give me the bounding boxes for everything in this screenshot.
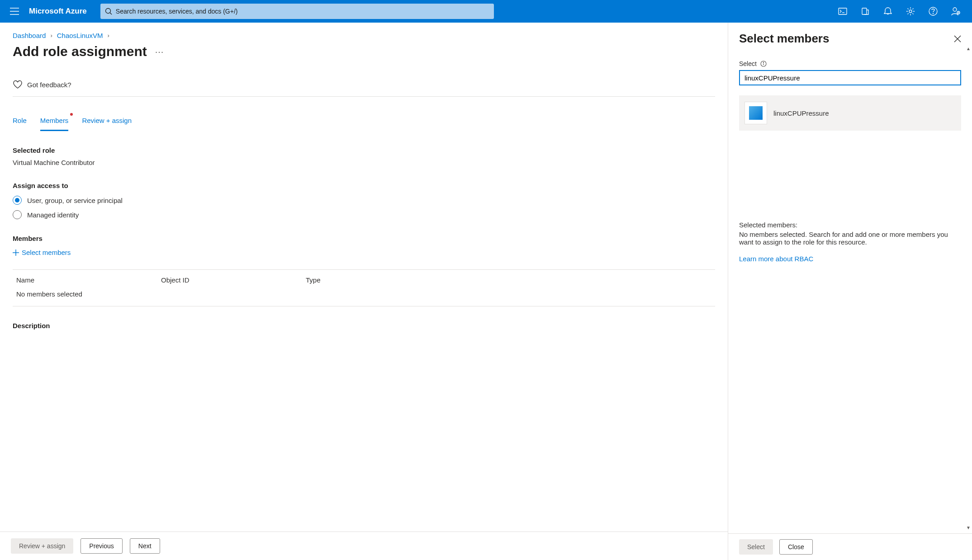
tab-alert-dot [70,113,73,116]
radio-icon [13,196,22,205]
select-label: Select [739,60,757,67]
member-search-input[interactable] [739,70,961,85]
scroll-down-icon[interactable]: ▼ [966,525,971,530]
col-type: Type [306,276,711,284]
svg-line-4 [110,13,112,14]
breadcrumb-resource[interactable]: ChaosLinuxVM [57,32,103,39]
search-box[interactable] [100,4,494,19]
radio-managed-identity[interactable]: Managed identity [13,210,715,219]
tab-role[interactable]: Role [13,114,27,131]
radio-label: User, group, or service principal [27,197,123,204]
tab-review-assign[interactable]: Review + assign [82,114,132,131]
assign-access-heading: Assign access to [13,182,715,189]
tab-members[interactable]: Members [40,114,69,131]
account-icon[interactable] [945,0,967,22]
search-input[interactable] [116,8,489,15]
footer-buttons: Review + assign Previous Next [0,532,728,560]
settings-gear-icon[interactable] [900,0,921,22]
filter-icon[interactable] [854,0,876,22]
search-result-item[interactable]: linuxCPUPressure [739,95,961,131]
col-name: Name [16,276,161,284]
review-assign-button[interactable]: Review + assign [11,538,73,554]
svg-point-3 [105,9,110,14]
heart-icon [13,80,23,89]
select-members-label: Select members [22,249,71,256]
panel-close-button[interactable] [954,35,961,42]
previous-button[interactable]: Previous [81,538,122,554]
hamburger-menu-button[interactable] [5,2,24,20]
selected-role-heading: Selected role [13,146,715,154]
radio-user-group-sp[interactable]: User, group, or service principal [13,196,715,205]
table-empty-row: No members selected [13,290,715,306]
help-icon[interactable] [922,0,944,22]
members-heading: Members [13,235,715,242]
panel-close-btn[interactable]: Close [779,539,813,555]
chevron-right-icon: › [107,32,109,39]
selected-members-heading: Selected members: [739,221,961,229]
close-icon [954,35,961,42]
notifications-icon[interactable] [877,0,899,22]
radio-icon [13,210,22,219]
learn-rbac-link[interactable]: Learn more about RBAC [739,255,813,263]
scroll-up-icon[interactable]: ▲ [966,46,971,51]
top-bar: Microsoft Azure [0,0,972,23]
next-button[interactable]: Next [130,538,160,554]
svg-point-8 [909,10,912,13]
svg-rect-5 [839,8,847,14]
panel-footer: Select Close [728,533,972,560]
more-actions-button[interactable]: ··· [155,47,164,57]
search-icon [105,8,112,15]
resource-icon [744,102,767,124]
breadcrumb-dashboard[interactable]: Dashboard [13,32,46,39]
plus-icon [13,249,19,256]
panel-select-button[interactable]: Select [739,539,773,555]
panel-title: Select members [739,32,829,46]
azure-logo-text[interactable]: Microsoft Azure [29,7,87,16]
col-object-id: Object ID [161,276,306,284]
selected-role-value: Virtual Machine Contributor [13,159,715,166]
top-actions [832,0,967,22]
svg-point-20 [763,62,763,62]
members-table: Name Object ID Type No members selected [13,269,715,306]
description-heading: Description [13,322,715,329]
select-members-link[interactable]: Select members [13,249,71,256]
search-container [100,4,494,19]
tabs: Role Members Review + assign [13,114,715,131]
assign-access-radio-group: User, group, or service principal Manage… [13,196,715,219]
select-members-panel: Select members Select linuxCPUPressure S… [728,23,972,560]
feedback-link[interactable]: Got feedback? [13,80,715,97]
main-content: Dashboard › ChaosLinuxVM › Add role assi… [0,23,728,560]
feedback-label: Got feedback? [27,81,71,89]
svg-rect-7 [862,8,867,14]
svg-point-11 [953,8,957,11]
search-result-label: linuxCPUPressure [773,109,829,117]
chevron-right-icon: › [50,32,52,39]
svg-point-10 [933,14,934,14]
page-title: Add role assignment [13,44,147,59]
selected-members-text: No members selected. Search for and add … [739,231,961,246]
selected-members-info: Selected members: No members selected. S… [739,221,961,263]
cloud-shell-icon[interactable] [832,0,853,22]
breadcrumb: Dashboard › ChaosLinuxVM › [13,32,715,39]
table-header: Name Object ID Type [13,270,715,290]
radio-label: Managed identity [27,211,79,219]
info-icon[interactable] [760,61,767,67]
